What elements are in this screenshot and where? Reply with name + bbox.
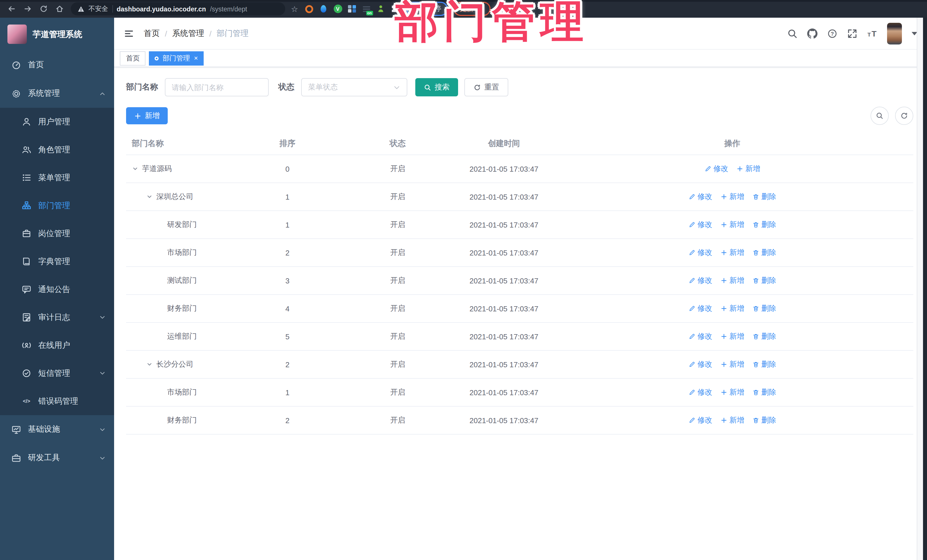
github-icon[interactable] [807,28,818,38]
sidebar-item-sms[interactable]: 短信管理 [0,359,114,387]
breadcrumb-item[interactable]: 系统管理 [172,28,204,38]
sidebar-menu: 首页系统管理用户管理角色管理菜单管理部门管理岗位管理字典管理通知公告审计日志在线… [0,51,114,560]
browser-forward-icon[interactable] [22,3,33,15]
extension-donut-icon[interactable] [305,5,313,13]
browser-refresh-icon[interactable] [38,3,49,15]
delete-action-link[interactable]: 删除 [752,331,776,341]
actions-cell: 修改新增删除 [551,183,913,211]
add-action-link[interactable]: 新增 [720,304,744,314]
tab-首页[interactable]: 首页 [120,51,146,65]
dept-name: 市场部门 [167,247,197,258]
extension-grid-icon[interactable] [348,5,356,13]
created-time-cell: 2021-01-05 17:03:47 [457,322,551,351]
delete-action-link[interactable]: 删除 [752,387,776,398]
edit-action-link[interactable]: 修改 [688,247,712,258]
extension-list-icon[interactable]: on [362,5,371,13]
delete-action-link[interactable]: 删除 [752,359,776,370]
sidebar-item-menu[interactable]: 菜单管理 [0,164,114,191]
fullscreen-icon[interactable] [847,28,857,38]
created-time-cell: 2021-01-05 17:03:47 [457,239,551,267]
sidebar-item-tools[interactable]: 研发工具 [0,444,114,472]
reset-button[interactable]: 重置 [464,78,508,96]
add-action-link[interactable]: 新增 [720,387,744,398]
browser-back-icon[interactable] [6,3,17,15]
sidebar-item-online[interactable]: 在线用户 [0,331,114,359]
add-button[interactable]: 新增 [126,107,168,124]
sidebar-item-dept[interactable]: 部门管理 [0,191,114,220]
bookmark-star-icon[interactable]: ☆ [291,4,298,14]
delete-action-link[interactable]: 删除 [752,415,776,425]
url-host: dashboard.yudao.iocoder.cn [117,5,206,12]
extension-v-icon[interactable]: V [333,5,342,13]
status-cell: 开启 [339,378,457,406]
expand-caret-icon[interactable] [146,361,153,368]
sidebar-item-notice[interactable]: 通知公告 [0,275,114,304]
refresh-table-button[interactable] [895,107,913,125]
edit-action-link[interactable]: 修改 [688,191,712,202]
sidebar-item-code[interactable]: </>错误码管理 [0,387,114,415]
extension-drop-icon[interactable] [319,5,328,13]
action-label: 修改 [698,191,712,202]
edit-action-link[interactable]: 修改 [688,415,712,425]
add-action-link[interactable]: 新增 [736,164,760,174]
dept-name-cell: 运维部门 [126,322,236,351]
sidebar-item-infra[interactable]: 基础设施 [0,415,114,444]
sidebar-toggle-icon[interactable] [124,28,134,38]
toggle-search-button[interactable] [871,107,889,125]
add-action-link[interactable]: 新增 [720,220,744,230]
edit-action-link[interactable]: 修改 [704,164,728,174]
browser-home-icon[interactable] [54,3,65,15]
expand-caret-icon[interactable] [132,165,138,172]
sidebar-item-dashboard[interactable]: 首页 [0,51,114,79]
edit-action-link[interactable]: 修改 [688,359,712,370]
created-time-cell: 2021-01-05 17:03:47 [457,351,551,378]
edit-action-link[interactable]: 修改 [688,387,712,398]
search-button[interactable]: 搜索 [415,78,458,96]
created-time-cell: 2021-01-05 17:03:47 [457,378,551,406]
sidebar-item-user[interactable]: 用户管理 [0,108,114,136]
help-icon[interactable]: ? [827,28,837,38]
created-time-cell: 2021-01-05 17:03:47 [457,211,551,239]
sidebar-item-label: 字典管理 [38,256,106,267]
table-row: 深圳总公司1开启2021-01-05 17:03:47修改新增删除 [126,183,913,211]
add-action-link[interactable]: 新增 [720,191,744,202]
delete-action-link[interactable]: 删除 [752,304,776,314]
page-scrollbar[interactable] [917,18,923,560]
edit-action-link[interactable]: 修改 [688,331,712,341]
delete-action-link[interactable]: 删除 [752,247,776,258]
app-logo[interactable]: 芋道管理系统 [0,18,114,51]
add-icon [720,277,727,284]
user-menu-caret-icon[interactable] [912,32,917,35]
add-action-link[interactable]: 新增 [720,415,744,425]
tab-部门管理[interactable]: 部门管理× [149,51,204,65]
sidebar-item-label: 在线用户 [38,340,106,351]
dept-name-input[interactable] [165,78,269,96]
add-action-link[interactable]: 新增 [720,275,744,286]
sidebar-item-gear[interactable]: 系统管理 [0,79,114,108]
add-action-link[interactable]: 新增 [720,247,744,258]
delete-action-link[interactable]: 删除 [752,275,776,286]
add-action-link[interactable]: 新增 [720,331,744,341]
edit-action-link[interactable]: 修改 [688,304,712,314]
edit-action-link[interactable]: 修改 [688,220,712,230]
sidebar-item-users[interactable]: 角色管理 [0,136,114,164]
address-bar[interactable]: 不安全 dashboard.yudao.iocoder.cn/system/de… [71,2,285,15]
delete-action-link[interactable]: 删除 [752,220,776,230]
expand-caret-icon[interactable] [146,193,153,200]
edit-action-link[interactable]: 修改 [688,275,712,286]
breadcrumb-item[interactable]: 首页 [144,28,160,38]
add-action-link[interactable]: 新增 [720,359,744,370]
search-icon[interactable] [787,28,798,38]
extension-person-icon[interactable] [376,5,385,13]
font-size-icon[interactable]: TT [867,28,877,38]
extension-on-badge: on [366,11,373,15]
sidebar-item-post[interactable]: 岗位管理 [0,220,114,247]
close-icon[interactable]: × [194,54,198,62]
status-select[interactable]: 菜单状态 [301,78,407,96]
status-select-placeholder: 菜单状态 [308,82,338,93]
sidebar-item-audit[interactable]: 审计日志 [0,304,114,331]
delete-action-link[interactable]: 删除 [752,191,776,202]
sidebar-item-label: 部门管理 [38,200,106,211]
user-avatar[interactable] [887,23,902,44]
sidebar-item-dict[interactable]: 字典管理 [0,247,114,275]
